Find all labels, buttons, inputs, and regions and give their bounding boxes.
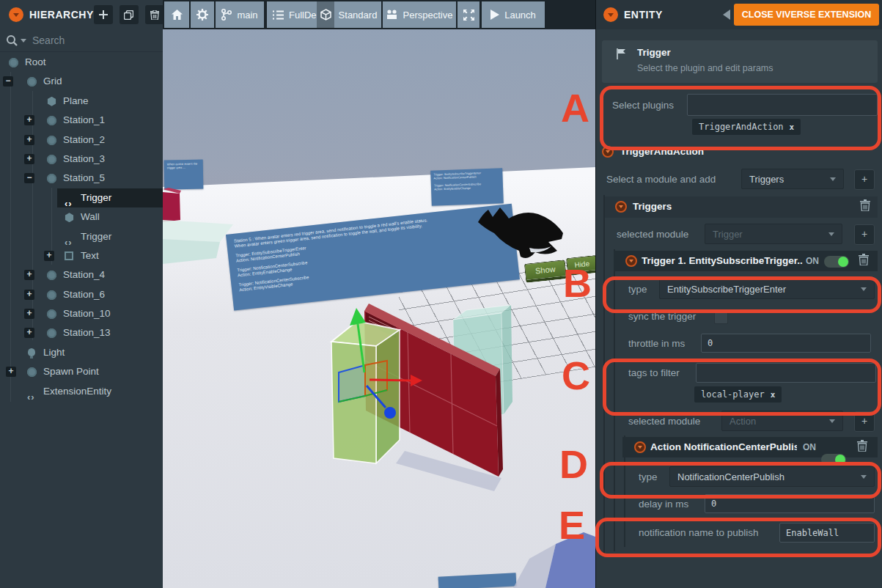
hierarchy-tree: Root Grid Plane Station_1 Station_2 Stat… <box>0 53 163 401</box>
trigger-type-dropdown[interactable]: EntitySubscribeTriggerEnter <box>659 279 875 299</box>
tree-item-station-3[interactable]: Station_3 <box>0 150 163 169</box>
hide-wall-button[interactable]: Hide <box>566 255 595 276</box>
tree-item-light[interactable]: Light <box>0 343 163 362</box>
module-add-dropdown[interactable]: Triggers <box>741 169 844 189</box>
settings-button[interactable] <box>191 1 214 28</box>
whale-silhouette <box>478 207 563 258</box>
remove-tag-icon[interactable]: x <box>771 390 776 400</box>
tree-item-root[interactable]: Root <box>0 53 163 72</box>
add-trigger-button[interactable] <box>854 224 875 245</box>
expand-toggle[interactable] <box>24 328 34 338</box>
launch-label: Launch <box>504 10 536 21</box>
select-plugins-label: Select plugins <box>612 100 674 111</box>
select-plugins-input[interactable] <box>687 94 878 116</box>
action1-collapse-icon[interactable] <box>634 441 646 453</box>
expand-toggle[interactable] <box>24 135 34 145</box>
close-viverse-extension-button[interactable]: CLOSE VIVERSE EXTENSION <box>734 4 879 26</box>
delete-trigger1-button[interactable] <box>859 254 869 268</box>
delay-input[interactable] <box>705 494 875 513</box>
hierarchy-header: HIERARCHY <box>0 0 163 29</box>
entity-icon <box>47 174 56 183</box>
entity-icon <box>47 290 56 300</box>
entity-icon <box>27 77 37 87</box>
search-filter-caret[interactable] <box>21 39 26 45</box>
tree-item-station-10[interactable]: Station_10 <box>0 304 163 323</box>
viewport-3d[interactable]: When avatar enters the trigger area ... … <box>163 0 595 588</box>
duplicate-entity-button[interactable] <box>120 5 139 24</box>
expand-icon <box>463 10 474 21</box>
cube-icon <box>320 9 331 21</box>
action1-enabled-toggle[interactable] <box>821 454 846 466</box>
add-action-button[interactable] <box>854 411 875 432</box>
tree-item-text[interactable]: Text <box>0 246 163 265</box>
tree-item-trigger-selected[interactable]: Trigger <box>0 188 163 207</box>
tags-filter-label: tags to filter <box>628 367 680 378</box>
camera-selector[interactable]: Perspective <box>383 1 456 28</box>
shading-mode-button[interactable] <box>317 1 334 28</box>
search-bar[interactable]: Search <box>0 29 163 52</box>
sync-trigger-checkbox[interactable] <box>714 310 728 324</box>
gear-icon <box>196 9 208 21</box>
entity-icon <box>27 367 37 377</box>
project-selector[interactable]: FullDemo <box>267 1 317 28</box>
trigger1-collapse-icon[interactable] <box>625 255 637 267</box>
entity-icon <box>47 136 56 145</box>
launch-button[interactable]: Launch <box>482 1 545 28</box>
add-entity-button[interactable] <box>94 5 113 24</box>
light-icon <box>28 348 35 356</box>
trash-icon <box>150 10 159 20</box>
add-module-button[interactable] <box>854 169 875 190</box>
collapse-toggle[interactable] <box>24 173 34 183</box>
tree-item-station-2[interactable]: Station_2 <box>0 131 163 150</box>
expand-toggle[interactable] <box>24 309 34 319</box>
triggers-collapse-icon[interactable] <box>615 201 627 213</box>
expand-toggle[interactable] <box>24 290 34 300</box>
gizmo-z-axis-arrowhead[interactable] <box>384 407 396 419</box>
notification-name-input[interactable] <box>779 523 875 543</box>
collapse-toggle[interactable] <box>3 76 13 87</box>
trigger1-enabled-toggle[interactable] <box>824 256 849 268</box>
trigger1-on-label: ON <box>806 256 819 266</box>
throttle-input[interactable] <box>701 334 871 353</box>
delete-triggers-button[interactable] <box>860 199 870 214</box>
scene-objects <box>163 0 595 588</box>
viewport-toolbar: main FullDemo Standard Perspective Launc… <box>163 0 595 29</box>
delete-entity-button[interactable] <box>145 5 164 24</box>
action-type-dropdown[interactable]: NotificationCenterPublish <box>669 466 875 487</box>
fullscreen-button[interactable] <box>457 1 479 28</box>
expand-toggle[interactable] <box>44 251 54 261</box>
tree-item-extension-entity[interactable]: ExtensionEntity <box>0 382 163 401</box>
collapse-panel-icon[interactable] <box>718 10 730 20</box>
action-module-dropdown[interactable]: Action <box>721 411 843 431</box>
tree-item-plane[interactable]: Plane <box>0 92 163 111</box>
branch-selector[interactable]: main <box>216 1 264 28</box>
expand-toggle[interactable] <box>24 115 34 125</box>
delete-action1-button[interactable] <box>857 440 867 455</box>
tree-item-grid[interactable]: Grid <box>0 72 163 91</box>
tags-filter-input[interactable] <box>696 363 876 383</box>
home-button[interactable] <box>164 1 189 28</box>
expand-toggle[interactable] <box>24 154 34 164</box>
selected-module-dropdown[interactable]: Trigger <box>705 224 842 244</box>
tree-item-station-13[interactable]: Station_13 <box>0 323 163 342</box>
tree-item-trigger-2[interactable]: Trigger <box>0 227 163 246</box>
action-module-label: selected module <box>628 416 700 427</box>
expand-toggle[interactable] <box>6 367 16 377</box>
expand-toggle[interactable] <box>24 270 34 280</box>
tree-item-station-6[interactable]: Station_6 <box>0 285 163 304</box>
triggers-header: Triggers <box>633 201 672 212</box>
tree-item-station-1[interactable]: Station_1 <box>0 111 163 130</box>
entity-icon <box>47 309 56 319</box>
search-input[interactable]: Search <box>32 34 65 46</box>
remove-plugin-icon[interactable]: x <box>790 122 795 132</box>
tree-item-wall[interactable]: Wall <box>0 207 163 227</box>
tree-item-station-4[interactable]: Station_4 <box>0 265 163 284</box>
tree-item-spawn-point[interactable]: Spawn Point <box>0 362 163 381</box>
entity-icon <box>9 58 18 67</box>
shading-selector[interactable]: Standard <box>334 1 381 28</box>
tree-item-station-5[interactable]: Station_5 <box>0 169 163 188</box>
gizmo-x-axis-arrow[interactable] <box>370 380 411 381</box>
blue-slab <box>545 532 595 588</box>
gizmo-y-axis-arrowhead[interactable] <box>350 308 366 326</box>
section-collapse-icon[interactable] <box>602 146 614 158</box>
